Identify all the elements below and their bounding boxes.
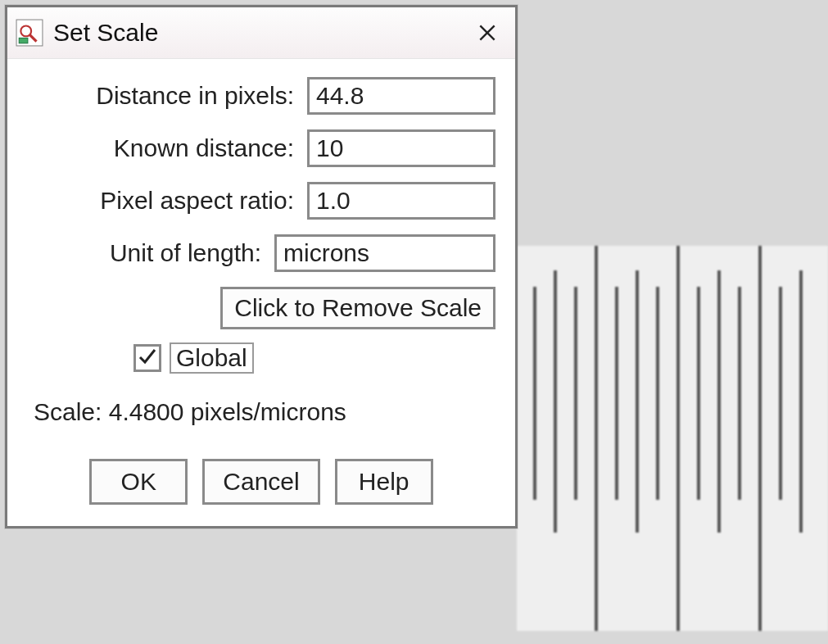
- svg-rect-3: [19, 38, 28, 43]
- scale-readout: Scale: 4.4800 pixels/microns: [34, 398, 495, 426]
- dialog-title: Set Scale: [53, 19, 468, 47]
- titlebar: Set Scale: [7, 7, 515, 59]
- unit-label: Unit of length:: [110, 239, 274, 267]
- cancel-button[interactable]: Cancel: [202, 459, 319, 505]
- background-ruler: [517, 246, 828, 631]
- app-icon: [16, 19, 43, 47]
- close-icon: [477, 22, 498, 43]
- global-checkbox[interactable]: [133, 344, 161, 372]
- global-checkbox-label: Global: [170, 342, 254, 374]
- ok-button[interactable]: OK: [89, 459, 188, 505]
- help-button[interactable]: Help: [335, 459, 433, 505]
- distance-input[interactable]: [307, 77, 495, 115]
- set-scale-dialog: Set Scale Distance in pixels: Known dist…: [5, 5, 518, 528]
- aspect-ratio-label: Pixel aspect ratio:: [100, 187, 307, 215]
- unit-input[interactable]: [274, 234, 495, 272]
- remove-scale-button[interactable]: Click to Remove Scale: [220, 287, 495, 329]
- known-distance-input[interactable]: [307, 129, 495, 167]
- aspect-ratio-input[interactable]: [307, 182, 495, 220]
- check-icon: [137, 345, 156, 368]
- distance-label: Distance in pixels:: [96, 82, 307, 110]
- known-distance-label: Known distance:: [114, 134, 307, 162]
- close-button[interactable]: [468, 13, 507, 52]
